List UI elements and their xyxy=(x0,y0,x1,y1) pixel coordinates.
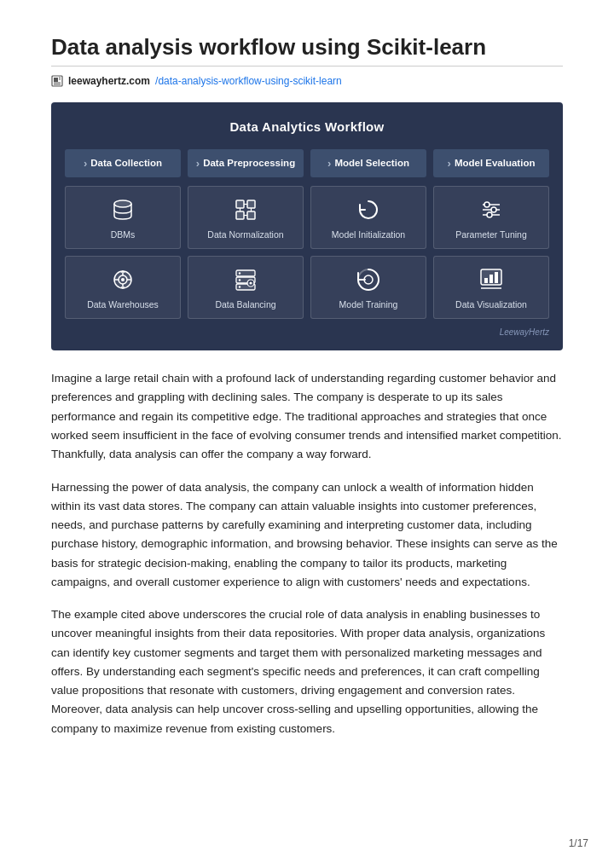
svg-point-20 xyxy=(491,207,496,212)
header-model-evaluation: › Model Evaluation xyxy=(433,149,549,178)
header-data-collection: › Data Collection xyxy=(65,149,181,178)
cell-data-visualization-label: Data Visualization xyxy=(455,299,527,311)
svg-rect-40 xyxy=(484,278,488,283)
paragraph-3: The example cited above underscores the … xyxy=(51,605,563,738)
title-divider xyxy=(51,66,563,67)
cell-data-warehouses: Data Warehouses xyxy=(65,256,181,319)
cell-data-visualization: Data Visualization xyxy=(433,256,549,319)
diagram-row-2: Data Warehouses Data Balancing xyxy=(65,256,549,319)
paragraph-2: Harnessing the power of data analysis, t… xyxy=(51,478,563,593)
diagram-title: Data Analytics Workflow xyxy=(65,118,549,137)
cell-data-balancing-label: Data Balancing xyxy=(215,299,275,311)
svg-point-28 xyxy=(121,278,125,281)
paragraph-1: Imagine a large retail chain with a prof… xyxy=(51,369,563,464)
diagram-watermark: LeewayHertz xyxy=(65,326,549,339)
cell-model-initialization: Model Initialization xyxy=(310,186,426,249)
diagram: Data Analytics Workflow › Data Collectio… xyxy=(51,102,563,350)
page-icon xyxy=(51,75,63,87)
svg-point-33 xyxy=(239,279,240,281)
cell-dbms-label: DBMs xyxy=(111,229,136,241)
cell-model-training-label: Model Training xyxy=(339,299,398,311)
svg-rect-42 xyxy=(495,272,498,283)
svg-point-19 xyxy=(484,202,489,207)
header-data-preprocessing: › Data Preprocessing xyxy=(188,149,304,178)
cell-data-balancing: Data Balancing xyxy=(188,256,304,319)
svg-rect-10 xyxy=(236,211,244,219)
url-domain: leewayhertz.com xyxy=(68,73,150,89)
svg-point-21 xyxy=(487,212,492,217)
cell-parameter-tuning-label: Parameter Tuning xyxy=(455,229,526,241)
diagram-header-row: › Data Collection › Data Preprocessing ›… xyxy=(65,149,549,178)
cell-data-normalization-label: Data Normalization xyxy=(207,229,283,241)
svg-point-36 xyxy=(250,281,252,284)
svg-rect-1 xyxy=(54,78,58,82)
svg-rect-8 xyxy=(236,200,244,208)
cell-data-warehouses-label: Data Warehouses xyxy=(87,299,159,311)
cell-model-initialization-label: Model Initialization xyxy=(332,229,405,241)
svg-point-34 xyxy=(239,286,240,287)
diagram-row-1: DBMs Data Normalization Model Initializa xyxy=(65,186,549,249)
svg-rect-41 xyxy=(489,275,493,283)
page-title: Data analysis workflow using Scikit-lear… xyxy=(51,34,563,61)
header-model-selection: › Model Selection xyxy=(310,149,426,178)
cell-dbms: DBMs xyxy=(65,186,181,249)
url-bar: leewayhertz.com/data-analysis-workflow-u… xyxy=(51,73,563,89)
url-path: /data-analysis-workflow-using-scikit-lea… xyxy=(155,73,342,89)
cell-data-normalization: Data Normalization xyxy=(188,186,304,249)
svg-point-7 xyxy=(114,200,131,207)
svg-point-32 xyxy=(239,272,240,274)
svg-rect-11 xyxy=(247,211,255,219)
svg-rect-9 xyxy=(247,200,255,208)
cell-parameter-tuning: Parameter Tuning xyxy=(433,186,549,249)
cell-model-training: Model Training xyxy=(310,256,426,319)
